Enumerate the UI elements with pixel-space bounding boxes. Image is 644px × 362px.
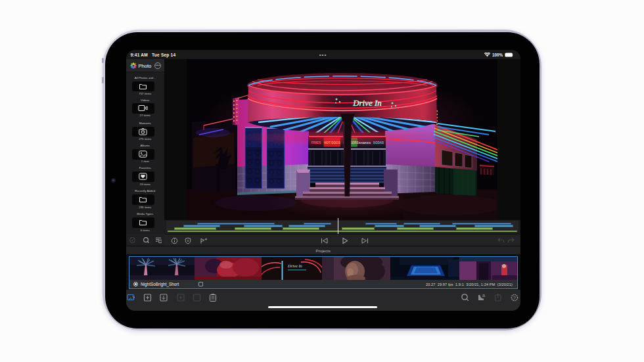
svg-text:a: a: [482, 293, 485, 298]
svg-text:Drive In: Drive In: [352, 97, 382, 107]
svg-text:Drive In: Drive In: [287, 263, 302, 268]
svg-text:?: ?: [513, 295, 515, 301]
